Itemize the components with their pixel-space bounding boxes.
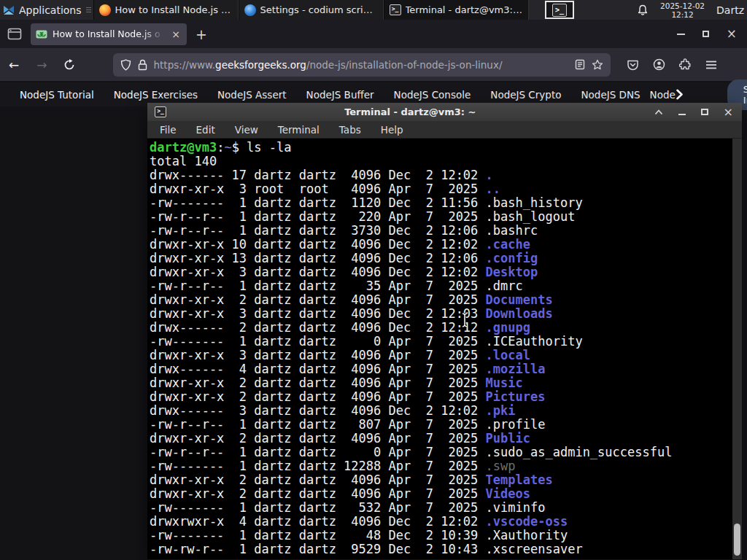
terminal-line: drwxr-xr-x 2 dartz dartz 4096 Apr 7 2025… (150, 293, 732, 307)
minimize-icon[interactable] (677, 34, 685, 35)
panel-username[interactable]: Dartz (716, 4, 744, 16)
menu-view[interactable]: View (235, 124, 258, 136)
nav-item-dns[interactable]: NodeJS DNS (581, 89, 640, 101)
url-bar[interactable]: https://www.geeksforgeeks.org/node-js/in… (113, 53, 611, 77)
url-domain: geeksforgeeks.org (215, 59, 306, 71)
nav-item-truncated[interactable]: Node (650, 89, 676, 101)
bookmark-star-icon[interactable] (592, 59, 603, 71)
browser-tab-active[interactable]: How to Install Node.js o × (31, 23, 187, 45)
browser-window-controls: × (677, 28, 747, 40)
terminal-line: -rw------- 1 dartz dartz 48 Dec 2 10:39 … (150, 529, 732, 542)
terminal-title-bar[interactable]: >_ Terminal - dartz@vm3: ~ × (147, 103, 742, 121)
terminal-line: drwx------ 3 dartz dartz 4096 Dec 2 12:0… (150, 404, 732, 418)
taskbar-window-codium[interactable]: Settings - codium script... (239, 0, 384, 20)
terminal-icon: >_ (155, 106, 166, 117)
menu-hamburger-icon[interactable] (705, 60, 717, 70)
clock-date: 2025-12-02 (660, 1, 705, 10)
terminal-launcher[interactable]: >_ (545, 1, 574, 19)
notification-bell-icon[interactable] (637, 4, 649, 16)
menu-terminal[interactable]: Terminal (278, 124, 320, 136)
terminal-menu-bar: File Edit View Terminal Tabs Help (147, 121, 742, 139)
toolbar-right-icons (627, 58, 717, 71)
applications-menu-button[interactable]: Applications (0, 0, 86, 20)
url-scheme: https://www. (154, 59, 216, 71)
panel-tray: 2025-12-02 12:12 Dartz (637, 0, 747, 20)
top-panel: Applications How to Install Node.js o...… (0, 0, 747, 20)
terminal-icon: >_ (552, 4, 567, 17)
xfce-logo-icon (3, 4, 15, 16)
panel-clock[interactable]: 2025-12-02 12:12 (660, 1, 705, 19)
mouse-ibeam-cursor (460, 312, 469, 328)
reload-icon[interactable] (63, 59, 75, 71)
maximize-icon[interactable] (701, 109, 708, 115)
terminal-line: drwx------ 17 dartz dartz 4096 Dec 2 12:… (150, 168, 732, 182)
nav-item-console[interactable]: NodeJS Console (394, 89, 471, 101)
terminal-line: drwxr-xr-x 10 dartz dartz 4096 Dec 2 12:… (150, 238, 732, 252)
taskbar-window-label: Terminal - dartz@vm3: ~ (406, 4, 523, 15)
firefox-icon (99, 4, 111, 16)
nav-item-exercises[interactable]: NodeJS Exercises (114, 89, 198, 101)
terminal-line: -rw-rw-r-- 1 dartz dartz 9529 Dec 2 10:4… (150, 542, 732, 556)
forward-icon[interactable]: → (28, 58, 55, 72)
url-path: /node-js/installation-of-node-js-on-linu… (306, 59, 503, 71)
terminal-line: total 140 (150, 155, 732, 168)
terminal-window-title: Terminal - dartz@vm3: ~ (166, 106, 654, 117)
pocket-icon[interactable] (627, 59, 639, 71)
terminal-line: drwxr-xr-x 2 dartz dartz 4096 Apr 7 2025… (150, 473, 732, 487)
shade-window-icon[interactable] (654, 109, 663, 115)
scroll-right-chevron-icon[interactable] (676, 89, 684, 100)
account-icon[interactable] (653, 58, 665, 71)
menu-tabs[interactable]: Tabs (339, 124, 361, 136)
list-all-tabs-icon[interactable] (623, 31, 638, 37)
firefox-toolbar: ← → https://www.geeksforgeeks.org/node-j… (0, 48, 747, 81)
terminal-line: -rw------- 1 dartz dartz 1120 Dec 2 11:5… (150, 196, 732, 210)
terminal-line: -rw-r--r-- 1 dartz dartz 35 Apr 7 2025 .… (150, 279, 732, 293)
taskbar-window-label: Settings - codium script... (260, 4, 378, 15)
firefox-view-icon[interactable] (7, 28, 22, 40)
terminal-line: drwxr-xr-x 3 dartz dartz 4096 Dec 2 12:0… (150, 265, 732, 279)
terminal-line: -rw------- 1 dartz dartz 0 Apr 7 2025 .I… (150, 335, 732, 349)
maximize-icon[interactable] (703, 31, 709, 37)
terminal-line: drwxr-xr-x 2 dartz dartz 4096 Apr 7 2025… (150, 376, 732, 390)
extensions-puzzle-icon[interactable] (679, 58, 692, 71)
nav-item-buffer[interactable]: NodeJS Buffer (306, 89, 374, 101)
terminal-body[interactable]: dartz@vm3:~$ ls -latotal 140drwx------ 1… (147, 139, 742, 559)
terminal-line: drwxr-xr-x 2 dartz dartz 4096 Apr 7 2025… (150, 432, 732, 446)
terminal-line: -rw-r--r-- 1 dartz dartz 220 Apr 7 2025 … (150, 210, 732, 224)
new-tab-button[interactable]: + (187, 26, 216, 42)
menu-help[interactable]: Help (381, 124, 403, 136)
panel-grip (86, 0, 92, 20)
scrollbar-thumb[interactable] (734, 524, 740, 556)
vscodium-icon (244, 4, 256, 16)
close-icon[interactable]: × (727, 28, 737, 40)
clock-time: 12:12 (660, 10, 705, 19)
taskbar-window-label: How to Install Node.js o... (115, 4, 233, 15)
lock-icon[interactable] (138, 59, 147, 71)
menu-file[interactable]: File (160, 124, 177, 136)
terminal-line: drwx------ 4 dartz dartz 4096 Apr 7 2025… (150, 362, 732, 376)
terminal-output: dartz@vm3:~$ ls -latotal 140drwx------ 1… (147, 139, 742, 556)
terminal-window-controls: × (654, 106, 736, 118)
nav-item-crypto[interactable]: NodeJS Crypto (490, 89, 561, 101)
tab-close-icon[interactable]: × (170, 28, 182, 40)
close-icon[interactable]: × (724, 106, 733, 118)
nav-item-tutorial[interactable]: NodeJS Tutorial (20, 89, 94, 101)
terminal-line: drwxr-xr-x 2 dartz dartz 4096 Apr 7 2025… (150, 487, 732, 501)
terminal-line: drwxr-xr-x 13 dartz dartz 4096 Dec 2 12:… (150, 252, 732, 265)
reader-mode-icon[interactable] (575, 59, 585, 70)
tracking-protection-shield-icon[interactable] (120, 59, 131, 71)
back-icon[interactable]: ← (0, 58, 28, 72)
terminal-line: drwx------ 2 dartz dartz 4096 Dec 2 12:1… (150, 321, 732, 335)
terminal-window: >_ Terminal - dartz@vm3: ~ × File Edit V… (147, 103, 742, 560)
terminal-line: drwxr-xr-x 3 dartz dartz 4096 Apr 7 2025… (150, 349, 732, 362)
geeksforgeeks-favicon (36, 28, 47, 40)
nav-item-assert[interactable]: NodeJS Assert (217, 89, 287, 101)
taskbar-window-terminal[interactable]: >_ Terminal - dartz@vm3: ~ (384, 0, 529, 20)
terminal-line: -rw-r--r-- 1 dartz dartz 807 Apr 7 2025 … (150, 418, 732, 432)
minimize-icon[interactable] (678, 114, 686, 115)
tab-title: How to Install Node.js o (53, 28, 165, 39)
taskbar-window-firefox[interactable]: How to Install Node.js o... (93, 0, 239, 20)
menu-edit[interactable]: Edit (196, 124, 215, 136)
terminal-scrollbar[interactable] (732, 139, 742, 559)
url-text[interactable]: https://www.geeksforgeeks.org/node-js/in… (154, 59, 568, 71)
